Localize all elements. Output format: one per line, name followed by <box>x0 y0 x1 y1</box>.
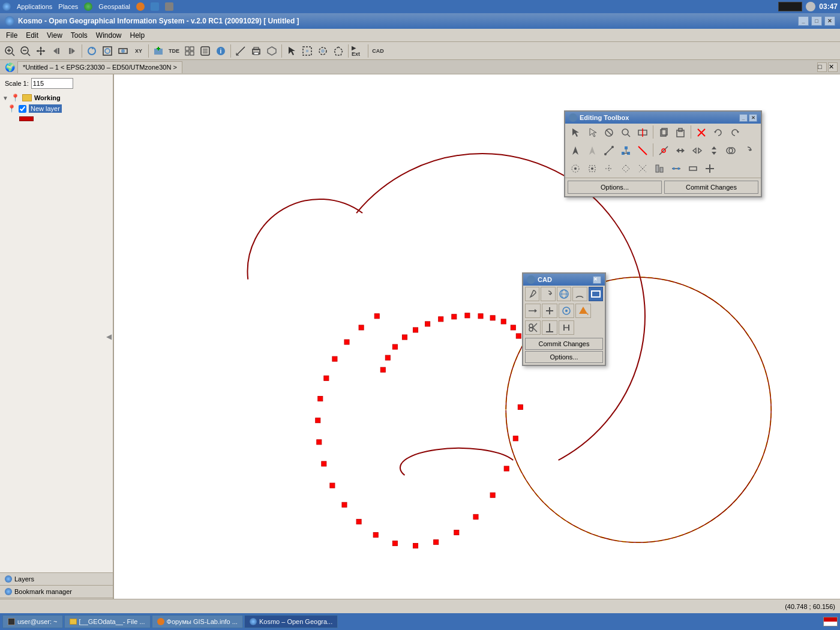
et-snap9-btn[interactable] <box>702 161 718 176</box>
zoom-in-btn[interactable] <box>2 44 17 58</box>
cad-perp-btn[interactable] <box>542 320 557 335</box>
layer-visibility-checkbox[interactable] <box>19 105 26 113</box>
places-menu[interactable]: Places <box>58 3 78 10</box>
select-btn[interactable] <box>284 44 299 58</box>
menu-tools[interactable]: Tools <box>67 30 91 41</box>
applications-menu[interactable]: Applications <box>17 3 52 10</box>
et-contract-btn[interactable] <box>706 143 722 158</box>
tab-close-btn[interactable]: ✕ <box>828 62 838 72</box>
editing-toolbox-close[interactable]: ✕ <box>749 114 757 122</box>
sidebar-resize-handle[interactable]: ◀ <box>106 332 112 341</box>
attribute-btn[interactable] <box>198 44 212 58</box>
options-button[interactable]: Options... <box>568 181 662 194</box>
et-delete-node-btn[interactable] <box>635 143 650 158</box>
select-rect-btn[interactable] <box>300 44 314 58</box>
menu-view[interactable]: View <box>43 30 66 41</box>
info-btn[interactable]: i <box>214 44 228 58</box>
maximize-button[interactable]: □ <box>811 16 822 26</box>
et-snap7-btn[interactable] <box>668 161 684 176</box>
taskbar-file-btn[interactable]: [__GEOdata__- File ... <box>64 615 151 628</box>
grid-btn[interactable] <box>182 44 197 58</box>
close-button[interactable]: ✕ <box>824 16 835 26</box>
scale-input[interactable] <box>31 78 73 89</box>
zoom-layer-btn[interactable] <box>116 44 130 58</box>
et-select-btn[interactable] <box>568 125 583 140</box>
cad-snap-btn[interactable] <box>559 304 574 318</box>
et-split-line-btn[interactable] <box>656 143 671 158</box>
et-edit-node-btn[interactable] <box>618 143 634 158</box>
et-paste-btn[interactable] <box>673 125 688 140</box>
3d-btn[interactable] <box>265 44 279 58</box>
window-controls[interactable]: _ □ ✕ <box>798 16 835 26</box>
et-snap2-btn[interactable] <box>584 161 600 176</box>
taskbar-kosmo-btn[interactable]: Kosmo – Open Geogra... <box>244 615 338 628</box>
cad-arc-btn[interactable] <box>572 287 587 301</box>
refresh-btn[interactable] <box>85 44 99 58</box>
et-snap5-btn[interactable] <box>635 161 650 176</box>
tab-restore-btn[interactable]: □ <box>817 62 827 72</box>
zoom-next-btn[interactable] <box>65 44 79 58</box>
cad-wrench-btn[interactable] <box>525 287 539 301</box>
et-rotate-btn[interactable] <box>740 143 755 158</box>
layer-name[interactable]: New layer <box>29 104 62 113</box>
cad-btn[interactable]: CAD <box>371 44 385 58</box>
et-copy-btn[interactable] <box>656 125 671 140</box>
ext-btn[interactable]: ▶ Ext <box>351 44 365 58</box>
zoom-out-btn[interactable] <box>18 44 32 58</box>
cad-scissors-btn[interactable] <box>525 320 541 335</box>
et-snap4-btn[interactable] <box>618 161 634 176</box>
et-snap1-btn[interactable] <box>568 161 583 176</box>
et-snap8-btn[interactable] <box>685 161 701 176</box>
add-layer-btn[interactable] <box>151 44 166 58</box>
et-undo-btn[interactable] <box>710 125 726 140</box>
cad-fill-btn[interactable] <box>575 304 591 318</box>
taskbar-terminal-btn[interactable]: user@user: ~ <box>2 615 63 628</box>
measure-btn[interactable] <box>233 44 248 58</box>
et-deselect-btn[interactable] <box>601 125 617 140</box>
cad-bar-btn[interactable] <box>559 320 574 335</box>
language-flag[interactable] <box>823 617 838 626</box>
cad-rotate-btn[interactable] <box>541 287 555 301</box>
commit-changes-button[interactable]: Commit Changes <box>664 181 758 194</box>
et-snap6-btn[interactable] <box>652 161 667 176</box>
layers-tab[interactable]: Layers <box>0 573 113 586</box>
tde-btn[interactable]: TDE <box>167 44 181 58</box>
xy-btn[interactable]: XY <box>131 44 146 58</box>
et-merge-btn[interactable] <box>673 143 688 158</box>
geo-menu[interactable]: Geospatial <box>98 3 130 10</box>
et-delete-btn[interactable] <box>694 125 709 140</box>
cad-commit-btn[interactable]: Commit Changes <box>525 338 603 350</box>
cad-globe-btn[interactable] <box>557 287 571 301</box>
et-split-btn[interactable] <box>635 125 650 140</box>
cad-options-btn[interactable]: Options... <box>525 351 603 363</box>
menu-help[interactable]: Help <box>127 30 149 41</box>
zoom-extents-btn[interactable] <box>100 44 115 58</box>
taskbar-firefox-btn[interactable]: Форумы GIS-Lab.info ... <box>152 615 243 628</box>
cad-close-btn[interactable]: ✕ <box>593 276 601 284</box>
et-draw-line-btn[interactable] <box>601 143 617 158</box>
menu-edit[interactable]: Edit <box>22 30 42 41</box>
bookmark-manager-tab[interactable]: Bookmark manager <box>0 586 113 598</box>
et-modify-btn[interactable] <box>584 125 600 140</box>
select-circle-btn[interactable] <box>316 44 330 58</box>
pan-btn[interactable] <box>34 44 48 58</box>
menu-file[interactable]: File <box>2 30 21 41</box>
cad-rect-btn[interactable] <box>589 287 603 301</box>
minimize-button[interactable]: _ <box>798 16 809 26</box>
cad-plus-btn[interactable] <box>542 304 557 318</box>
et-zoom-feat-btn[interactable] <box>618 125 634 140</box>
et-expand-btn[interactable] <box>689 143 705 158</box>
menu-window[interactable]: Window <box>92 30 125 41</box>
map-tab[interactable]: *Untitled – 1 < EPSG:23030 – ED50/UTMzon… <box>17 61 182 73</box>
et-intersect-btn[interactable] <box>723 143 739 158</box>
zoom-prev-btn[interactable] <box>49 44 64 58</box>
et-snap3-btn[interactable] <box>601 161 617 176</box>
layer-group-header[interactable]: ▼ 📍 Working <box>2 92 110 103</box>
editing-toolbox-minimize[interactable]: _ <box>739 114 748 122</box>
print-btn[interactable] <box>249 44 263 58</box>
tab-home-icon[interactable]: 🌍 <box>2 62 17 72</box>
et-draw-point-btn[interactable] <box>568 143 583 158</box>
select-poly-btn[interactable] <box>331 44 346 58</box>
map-canvas[interactable]: Editing Toolbox _ ✕ <box>114 74 840 599</box>
et-redo-btn[interactable] <box>727 125 743 140</box>
